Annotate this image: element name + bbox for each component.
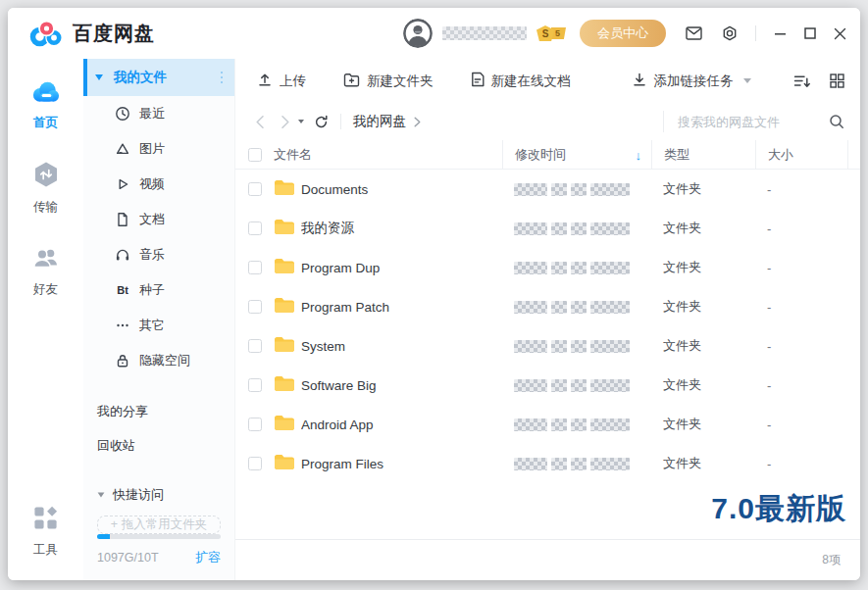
table-row[interactable]: Program Dup 文件夹 -: [235, 248, 860, 287]
folder-dropzone[interactable]: + 拖入常用文件夹: [97, 516, 221, 534]
row-checkbox[interactable]: [248, 457, 262, 470]
bt-icon: Bt: [115, 284, 130, 296]
back-button[interactable]: [255, 115, 265, 129]
maximize-button[interactable]: [804, 27, 816, 39]
nav-item-label: 好友: [33, 281, 58, 298]
column-header-type[interactable]: 类型: [651, 140, 755, 170]
table-row[interactable]: 我的资源 文件夹 -: [235, 209, 860, 248]
modified-date-redacted: [502, 301, 651, 314]
sidebar-item-videos[interactable]: 视频: [83, 167, 234, 202]
file-list: Documents 文件夹 - 我的资源 文件夹 - Program: [235, 170, 860, 483]
transfer-icon: [32, 161, 60, 192]
sidebar-item-documents[interactable]: 文档: [83, 202, 234, 237]
sidebar-item-my-shares[interactable]: 我的分享: [83, 394, 234, 428]
file-name: Program Dup: [301, 261, 502, 275]
messages-icon[interactable]: [686, 26, 702, 40]
select-all-checkbox[interactable]: [248, 148, 262, 162]
file-type: 文件夹: [651, 416, 755, 433]
settings-gear-icon[interactable]: [722, 25, 738, 41]
folder-icon: [274, 258, 301, 278]
file-size: -: [755, 339, 848, 354]
item-count: 8项: [822, 552, 841, 568]
sort-order-icon[interactable]: [793, 74, 810, 89]
friends-icon: [32, 245, 60, 274]
refresh-icon[interactable]: [314, 115, 329, 129]
column-header-name[interactable]: 文件名: [274, 146, 502, 164]
search-input[interactable]: [678, 115, 823, 129]
file-name: 我的资源: [301, 220, 502, 237]
my-files-label: 我的文件: [114, 69, 167, 86]
close-button[interactable]: [834, 27, 846, 40]
more-options-icon[interactable]: [221, 72, 224, 84]
forward-button[interactable]: [281, 115, 290, 129]
chevron-down-icon: [95, 74, 103, 80]
tree-item-label: 最近: [139, 105, 165, 123]
file-type: 文件夹: [651, 259, 755, 276]
navigation-bar: 我的网盘: [235, 103, 860, 140]
column-header-size[interactable]: 大小: [755, 140, 848, 170]
clock-icon: [115, 106, 130, 122]
column-header-modified[interactable]: 修改时间 ↓: [502, 140, 651, 170]
modified-date-redacted: [502, 379, 651, 392]
sidebar-item-hidden-space[interactable]: 隐藏空间: [83, 343, 234, 378]
row-checkbox[interactable]: [248, 300, 262, 314]
sidebar-item-my-files[interactable]: 我的文件: [83, 59, 234, 96]
sidebar-item-torrents[interactable]: Bt 种子: [83, 272, 234, 308]
expand-storage-link[interactable]: 扩容: [195, 549, 221, 566]
sidebar-item-pictures[interactable]: 图片: [83, 131, 234, 167]
table-row[interactable]: Program Files 文件夹 -: [235, 444, 860, 483]
new-online-doc-button[interactable]: 新建在线文档: [471, 72, 571, 90]
nav-item-tools[interactable]: 工具: [32, 505, 59, 559]
nav-item-transfer[interactable]: 传输: [32, 161, 60, 216]
tree-item-label: 种子: [139, 281, 165, 299]
user-avatar[interactable]: [403, 19, 433, 48]
table-row[interactable]: System 文件夹 -: [235, 326, 860, 366]
breadcrumb-my-drive[interactable]: 我的网盘: [353, 113, 406, 130]
table-row[interactable]: Android App 文件夹 -: [235, 405, 860, 444]
folder-icon: [274, 179, 301, 200]
row-checkbox[interactable]: [248, 221, 262, 235]
table-row[interactable]: Software Big 文件夹 -: [235, 366, 860, 405]
sidebar-item-music[interactable]: 音乐: [83, 237, 234, 272]
row-checkbox[interactable]: [248, 261, 262, 274]
tree-item-label: 其它: [139, 317, 165, 334]
modified-date-redacted: [502, 222, 651, 235]
row-checkbox[interactable]: [248, 418, 262, 431]
vip-level-badge[interactable]: S 5: [536, 25, 566, 41]
minimize-button[interactable]: [774, 27, 787, 40]
sidebar-item-quick-access[interactable]: 快捷访问: [83, 478, 234, 512]
video-icon: [115, 176, 130, 192]
row-checkbox[interactable]: [248, 339, 262, 353]
file-type: 文件夹: [651, 298, 755, 316]
table-row[interactable]: Program Patch 文件夹 -: [235, 287, 860, 326]
tree-item-label: 文档: [139, 211, 165, 228]
sidebar-item-recent[interactable]: 最近: [83, 96, 234, 131]
row-checkbox[interactable]: [248, 182, 262, 196]
document-icon: [115, 212, 130, 227]
grid-view-icon[interactable]: [830, 74, 844, 88]
file-name: Android App: [301, 418, 502, 432]
file-size: -: [755, 300, 848, 315]
quick-access-label: 快捷访问: [113, 486, 164, 504]
folder-icon: [274, 415, 301, 435]
storage-progress-bar[interactable]: [97, 534, 221, 539]
table-row[interactable]: Documents 文件夹 -: [235, 170, 860, 209]
upload-icon: [257, 72, 273, 90]
nav-item-friends[interactable]: 好友: [32, 245, 60, 298]
row-checkbox[interactable]: [248, 378, 262, 392]
nav-item-home[interactable]: 首页: [30, 78, 62, 131]
history-dropdown-icon[interactable]: [298, 120, 304, 123]
upload-button[interactable]: 上传: [257, 72, 306, 90]
sidebar-item-recycle-bin[interactable]: 回收站: [83, 428, 234, 463]
nav-item-label: 工具: [33, 542, 58, 559]
tree-item-label: 视频: [139, 175, 165, 193]
search-icon[interactable]: [829, 114, 844, 129]
sidebar-item-others[interactable]: 其它: [83, 308, 234, 343]
new-folder-button[interactable]: 新建文件夹: [343, 73, 434, 90]
member-center-button[interactable]: 会员中心: [580, 20, 666, 47]
search-box: [663, 111, 844, 132]
breadcrumb-chevron-icon: [414, 117, 421, 127]
upload-label: 上传: [280, 73, 306, 90]
add-link-task-button[interactable]: 添加链接任务: [632, 72, 751, 90]
version-watermark: 7.0最新版: [711, 489, 846, 529]
